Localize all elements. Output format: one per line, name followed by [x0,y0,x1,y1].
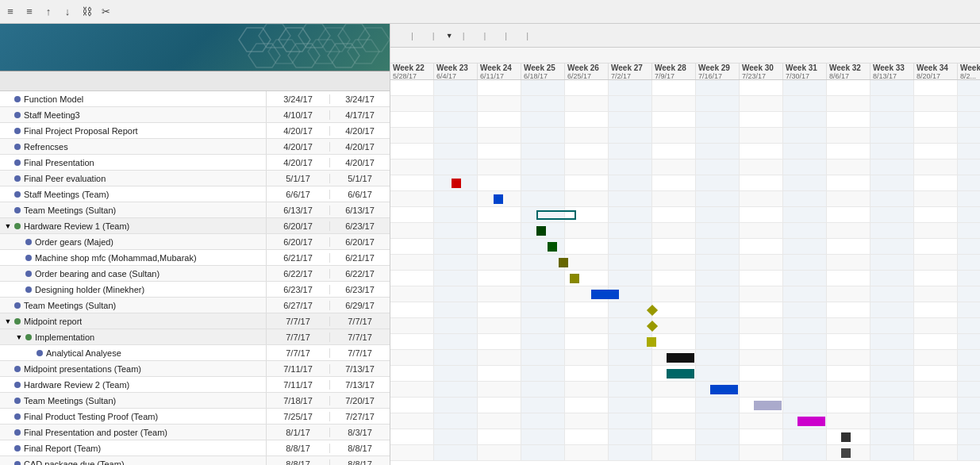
task-name: Function Model [24,94,83,104]
gantt-col-bg [478,350,521,365]
gantt-toolbar: | | ▼ | | | | [390,24,980,48]
gantt-col-bg [521,80,565,95]
gantt-col-bg [609,175,652,190]
gantt-task-row [390,144,980,159]
task-row[interactable]: Final Project Proposal Report 4/20/17 4/… [0,123,390,139]
task-row[interactable]: Staff Meetings (Team) 6/6/17 6/6/17 [0,186,390,202]
task-row[interactable]: Staff Meeting3 4/10/17 4/17/17 [0,107,390,123]
gantt-col-bg [958,128,980,143]
task-row[interactable]: Final Product Testing Proof (Team) 7/25/… [0,409,390,425]
gantt-col-bg [783,382,827,397]
move-up-icon[interactable]: ↑ [41,5,56,19]
task-row[interactable]: Analytical Analyese 7/7/17 7/7/17 [0,345,390,361]
gantt-col-bg [434,318,478,333]
task-row[interactable]: Order gears (Majed) 6/20/17 6/20/17 [0,234,390,250]
week-cell-12: Week 348/20/17 [914,63,958,79]
gantt-col-bg [870,80,914,95]
gantt-col-bg [609,271,652,286]
gantt-col-bg [434,445,478,460]
gantt-task-row [390,286,980,302]
gantt-col-bg [696,366,740,381]
indent-left-icon[interactable]: ≡ [3,5,17,19]
task-row[interactable]: Final Peer evaluation 5/1/17 5/1/17 [0,171,390,186]
task-row[interactable]: Final Presentation 4/20/17 4/20/17 [0,155,390,171]
gantt-col-bg [740,112,783,127]
future-button[interactable] [492,34,498,37]
indent-right-icon[interactable]: ≡ [22,5,37,19]
svg-marker-0 [239,28,271,52]
gantt-col-bg [914,350,958,365]
task-row[interactable]: ▼ Midpoint report 7/7/17 7/7/17 [0,313,390,329]
gantt-col-bg [870,112,914,127]
gantt-col-bg [958,286,980,302]
gantt-col-bg [914,286,958,302]
gantt-col-bg [870,398,914,413]
gantt-col-bg [521,112,565,127]
gantt-col-bg [870,350,914,365]
critical-path-button[interactable] [513,34,520,37]
task-end-date: 5/1/17 [330,174,390,183]
column-headers [0,71,390,91]
gantt-col-bg [652,445,696,460]
task-row[interactable]: Midpoint presentations (Team) 7/11/17 7/… [0,361,390,377]
gantt-bar [797,417,825,426]
week-cell-3: Week 256/18/17 [521,63,565,79]
task-row[interactable]: Team Meetings (Sultan) 7/18/17 7/20/17 [0,393,390,409]
gantt-col-bg [609,350,652,365]
gantt-col-bg [958,382,980,397]
today-button[interactable]: ▼ [441,30,456,41]
gantt-bar [710,385,738,394]
week-cell-9: Week 317/30/17 [783,63,827,79]
expand-button[interactable]: ▼ [14,332,24,342]
task-row[interactable]: ▼ Hardware Review 1 (Team) 6/20/17 6/23/… [0,218,390,234]
gantt-col-bg [565,334,609,349]
task-row[interactable]: Final Report (Team) 8/8/17 8/8/17 [0,440,390,456]
task-name-cell: Final Presentation [0,155,267,170]
task-begin-date: 4/20/17 [267,142,330,152]
link-icon[interactable]: ⛓ [79,5,94,19]
task-row[interactable]: Hardware Review 2 (Team) 7/11/17 7/13/17 [0,377,390,393]
gantt-col-bg [783,366,827,381]
gantt-col-bg [478,318,521,333]
week-cell-4: Week 266/25/17 [565,63,609,79]
unlink-icon[interactable]: ✂ [98,5,113,19]
gantt-task-row [390,128,980,144]
task-row[interactable]: Order bearing and case (Sultan) 6/22/17 … [0,266,390,282]
gantt-col-bg [478,175,521,190]
task-name: Hardware Review 2 (Team) [24,380,129,390]
gantt-col-bg [783,112,827,127]
gantt-col-bg [958,144,980,159]
gantt-task-row [390,255,980,271]
task-row[interactable]: CAD package due (Team) 8/8/17 8/8/17 [0,456,390,465]
past-button[interactable] [471,34,478,37]
gantt-col-bg [696,112,740,127]
gantt-col-bg [827,207,870,222]
gantt-col-bg [434,350,478,365]
task-row[interactable]: Final Presentation and poster (Team) 8/1… [0,425,390,440]
task-row[interactable]: Machine shop mfc (Mohammad,Mubarak) 6/21… [0,250,390,266]
expand-button[interactable]: ▼ [3,317,13,326]
task-row[interactable]: Team Meetings (Sultan) 6/13/17 6/13/17 [0,202,390,218]
separator2: | [432,31,435,40]
gantt-col-bg [740,191,783,206]
task-row[interactable]: Function Model 3/24/17 3/24/17 [0,91,390,107]
task-row[interactable]: Refrencses 4/20/17 4/20/17 [0,139,390,155]
task-name: Final Report (Team) [24,444,101,453]
zoom-out-button[interactable] [420,34,426,37]
task-row[interactable]: ▼ Implementation 7/7/17 7/7/17 [0,329,390,345]
baselines-button[interactable] [535,34,541,37]
move-down-icon[interactable]: ↓ [60,5,75,19]
expand-button[interactable]: ▼ [3,221,13,231]
task-bullet [14,159,21,166]
task-row[interactable]: Team Meetings (Sultan) 6/27/17 6/29/17 [0,298,390,313]
gantt-col-bg [609,223,652,238]
gantt-task-row [390,366,980,382]
task-name-cell: Final Project Proposal Report [0,123,267,138]
gantt-col-bg [390,398,434,413]
task-row[interactable]: Designing holder (Minekher) 6/23/17 6/23… [0,282,390,298]
gantt-col-bg [521,318,565,333]
gantt-col-bg [870,96,914,111]
task-end-date: 7/13/17 [330,380,390,390]
gantt-task-row [390,302,980,318]
zoom-in-button[interactable] [398,34,405,37]
